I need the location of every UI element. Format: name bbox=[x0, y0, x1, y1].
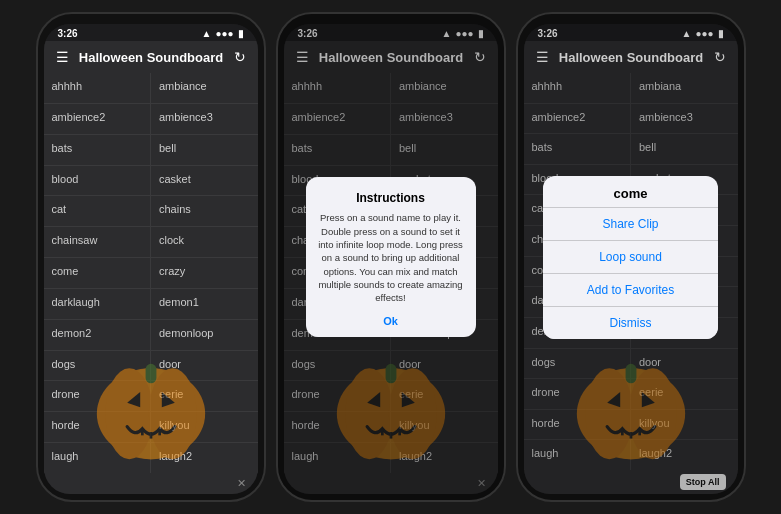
phone-2: 3:26 ▲ ●●● ▮ ☰ Halloween Soundboard ↻ ah… bbox=[276, 12, 506, 502]
sound-eerie-1[interactable]: eerie bbox=[151, 381, 258, 411]
sound-laugh2-1[interactable]: laugh2 bbox=[151, 443, 258, 473]
wifi-icon-1: ▲ bbox=[201, 28, 211, 39]
sound-grid-1: ahhhh ambiance ambience2 ambience3 bats … bbox=[44, 73, 258, 473]
sound-chainsaw-1[interactable]: chainsaw bbox=[44, 227, 151, 257]
phone-1: 3:26 ▲ ●●● ▮ ☰ Halloween Soundboard ↻ ah… bbox=[36, 12, 266, 502]
status-icons-1: ▲ ●●● ▮ bbox=[201, 28, 243, 39]
context-menu: come Share Clip Loop sound Add to Favori… bbox=[543, 176, 718, 339]
signal-icon-1: ●●● bbox=[215, 28, 233, 39]
instructions-modal-overlay: Instructions Press on a sound name to pl… bbox=[284, 24, 498, 494]
phone-2-screen: 3:26 ▲ ●●● ▮ ☰ Halloween Soundboard ↻ ah… bbox=[284, 24, 498, 494]
context-menu-title: come bbox=[543, 176, 718, 208]
phone-3-screen: 3:26 ▲ ●●● ▮ ☰ Halloween Soundboard ↻ ah… bbox=[524, 24, 738, 494]
sound-demonloop-1[interactable]: demonloop bbox=[151, 320, 258, 350]
menu-icon-1[interactable]: ☰ bbox=[56, 49, 69, 65]
sound-demon1-1[interactable]: demon1 bbox=[151, 289, 258, 319]
phones-container: 3:26 ▲ ●●● ▮ ☰ Halloween Soundboard ↻ ah… bbox=[36, 12, 746, 502]
sound-horde-1[interactable]: horde bbox=[44, 412, 151, 442]
sound-cat-1[interactable]: cat bbox=[44, 196, 151, 226]
time-1: 3:26 bbox=[58, 28, 78, 39]
phone-1-screen: 3:26 ▲ ●●● ▮ ☰ Halloween Soundboard ↻ ah… bbox=[44, 24, 258, 494]
context-dismiss[interactable]: Dismiss bbox=[543, 307, 718, 339]
sound-bell-1[interactable]: bell bbox=[151, 135, 258, 165]
sound-door-1[interactable]: door bbox=[151, 351, 258, 381]
sound-killyou-1[interactable]: killyou bbox=[151, 412, 258, 442]
sound-ambience2-1[interactable]: ambience2 bbox=[44, 104, 151, 134]
sound-bats-1[interactable]: bats bbox=[44, 135, 151, 165]
bottom-bar-1: ✕ bbox=[44, 473, 258, 494]
sound-ahhhh-1[interactable]: ahhhh bbox=[44, 73, 151, 103]
sound-come-1[interactable]: come bbox=[44, 258, 151, 288]
context-add-favorites[interactable]: Add to Favorites bbox=[543, 274, 718, 307]
instructions-ok-button[interactable]: Ok bbox=[383, 315, 398, 327]
instructions-modal: Instructions Press on a sound name to pl… bbox=[306, 177, 476, 336]
sound-crazy-1[interactable]: crazy bbox=[151, 258, 258, 288]
sound-demon2-1[interactable]: demon2 bbox=[44, 320, 151, 350]
close-icon-1[interactable]: ✕ bbox=[237, 477, 246, 490]
app-title-1: Halloween Soundboard bbox=[79, 50, 223, 65]
sound-laugh-1[interactable]: laugh bbox=[44, 443, 151, 473]
status-bar-1: 3:26 ▲ ●●● ▮ bbox=[44, 24, 258, 41]
battery-icon-1: ▮ bbox=[238, 28, 244, 39]
sound-clock-1[interactable]: clock bbox=[151, 227, 258, 257]
sound-ambiance-1[interactable]: ambiance bbox=[151, 73, 258, 103]
sound-dogs-1[interactable]: dogs bbox=[44, 351, 151, 381]
sound-blood-1[interactable]: blood bbox=[44, 166, 151, 196]
context-loop-sound[interactable]: Loop sound bbox=[543, 241, 718, 274]
sound-ambience3-1[interactable]: ambience3 bbox=[151, 104, 258, 134]
instructions-modal-body: Press on a sound name to play it. Double… bbox=[318, 211, 464, 304]
context-share-clip[interactable]: Share Clip bbox=[543, 208, 718, 241]
sound-darklaugh-1[interactable]: darklaugh bbox=[44, 289, 151, 319]
sound-casket-1[interactable]: casket bbox=[151, 166, 258, 196]
app-header-1: ☰ Halloween Soundboard ↻ bbox=[44, 41, 258, 73]
refresh-icon-1[interactable]: ↻ bbox=[234, 49, 246, 65]
instructions-modal-title: Instructions bbox=[356, 191, 425, 205]
context-modal-overlay: come Share Clip Loop sound Add to Favori… bbox=[524, 24, 738, 494]
sound-chains-1[interactable]: chains bbox=[151, 196, 258, 226]
phone-3: 3:26 ▲ ●●● ▮ ☰ Halloween Soundboard ↻ ah… bbox=[516, 12, 746, 502]
sound-drone-1[interactable]: drone bbox=[44, 381, 151, 411]
